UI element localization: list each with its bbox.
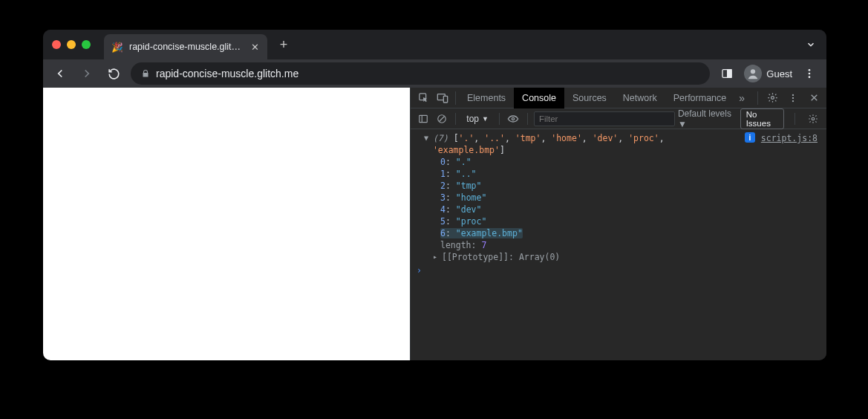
svg-point-6 <box>809 76 811 78</box>
settings-icon[interactable] <box>763 88 782 108</box>
tab-elements[interactable]: Elements <box>459 88 514 108</box>
svg-rect-14 <box>419 115 427 122</box>
array-item[interactable]: 1: ".." <box>440 168 826 180</box>
device-toggle-icon[interactable] <box>433 88 452 108</box>
svg-line-17 <box>439 116 444 121</box>
svg-rect-1 <box>728 70 731 78</box>
log-levels[interactable]: Default levels ▼ <box>678 108 733 129</box>
tab-console[interactable]: Console <box>514 88 564 108</box>
content-area: Elements Console Sources Network Perform… <box>43 88 826 360</box>
forward-button[interactable] <box>77 64 97 83</box>
devtools-close-icon[interactable] <box>804 88 823 108</box>
svg-point-18 <box>512 117 515 120</box>
close-tab-icon[interactable]: ✕ <box>249 42 260 52</box>
devtools-panel: Elements Console Sources Network Perform… <box>410 88 826 360</box>
tab-strip: 🎉 rapid-concise-muscle.glitch.me ✕ + <box>43 30 826 59</box>
svg-point-12 <box>792 97 794 98</box>
console-settings-icon[interactable] <box>806 110 820 128</box>
tabs-menu-icon[interactable] <box>806 39 819 50</box>
avatar-icon <box>744 65 762 82</box>
page-viewport[interactable] <box>43 88 410 360</box>
sidebar-toggle-icon[interactable] <box>415 110 431 128</box>
panel-toggle-icon[interactable] <box>717 64 737 83</box>
array-item[interactable]: 0: "." <box>440 156 826 168</box>
svg-point-3 <box>751 69 755 74</box>
disclosure-triangle-icon[interactable]: ▸ <box>431 251 439 263</box>
svg-point-19 <box>812 117 815 120</box>
back-button[interactable] <box>50 64 70 83</box>
array-item[interactable]: 4: "dev" <box>440 204 826 215</box>
array-item[interactable]: 3: "home" <box>440 192 826 204</box>
svg-point-5 <box>809 73 811 75</box>
inspect-icon[interactable] <box>414 88 433 108</box>
url-bar[interactable]: rapid-concise-muscle.glitch.me <box>131 62 710 85</box>
console-prompt[interactable]: › <box>411 263 826 276</box>
maximize-window[interactable] <box>82 40 91 49</box>
filter-input[interactable] <box>534 111 675 126</box>
window-controls <box>52 40 91 49</box>
svg-point-13 <box>792 100 794 101</box>
menu-button[interactable] <box>800 64 819 83</box>
profile-chip[interactable]: Guest <box>744 65 792 82</box>
tab-sources[interactable]: Sources <box>564 88 615 108</box>
close-window[interactable] <box>52 40 61 49</box>
clear-console-icon[interactable] <box>434 110 449 128</box>
lock-icon <box>141 69 150 78</box>
issues-button[interactable]: No Issues <box>740 108 784 129</box>
live-expression-icon[interactable] <box>506 110 521 128</box>
reload-button[interactable] <box>104 64 123 83</box>
svg-rect-9 <box>443 96 447 103</box>
log-summary[interactable]: (7) ['.', '..', 'tmp', 'home', 'dev', 'p… <box>433 132 739 156</box>
minimize-window[interactable] <box>67 40 76 49</box>
favicon-icon: 🎉 <box>111 42 123 53</box>
tab-performance[interactable]: Performance <box>665 88 735 108</box>
tab-title: rapid-concise-muscle.glitch.me <box>129 42 244 52</box>
browser-tab[interactable]: 🎉 rapid-concise-muscle.glitch.me ✕ <box>104 34 267 59</box>
context-selector[interactable]: top ▼ <box>462 114 493 124</box>
source-link[interactable]: script.js:8 <box>761 132 822 144</box>
tab-network[interactable]: Network <box>615 88 665 108</box>
array-item[interactable]: 6: "example.bmp" <box>440 227 826 239</box>
profile-label: Guest <box>766 68 792 79</box>
console-output[interactable]: ▼ (7) ['.', '..', 'tmp', 'home', 'dev', … <box>411 129 826 360</box>
devtools-menu-icon[interactable] <box>783 88 803 108</box>
array-item[interactable]: 5: "proc" <box>440 215 826 227</box>
tabs-overflow-icon[interactable]: » <box>734 92 749 104</box>
svg-point-4 <box>809 69 811 71</box>
info-badge-icon[interactable]: i <box>745 132 755 143</box>
url-toolbar: rapid-concise-muscle.glitch.me Guest <box>43 59 826 88</box>
svg-point-11 <box>792 94 794 95</box>
new-tab-button[interactable]: + <box>273 34 294 55</box>
browser-window: 🎉 rapid-concise-muscle.glitch.me ✕ + rap… <box>43 30 826 360</box>
array-item[interactable]: 2: "tmp" <box>440 180 826 192</box>
console-toolbar: top ▼ Default levels ▼ No Issues <box>411 108 826 129</box>
expanded-array: 0: "."1: ".."2: "tmp"3: "home"4: "dev"5:… <box>411 156 826 239</box>
devtools-tabs: Elements Console Sources Network Perform… <box>411 88 826 108</box>
disclosure-triangle-icon[interactable]: ▼ <box>422 132 430 144</box>
svg-point-10 <box>771 97 774 100</box>
url-text: rapid-concise-muscle.glitch.me <box>156 68 298 79</box>
